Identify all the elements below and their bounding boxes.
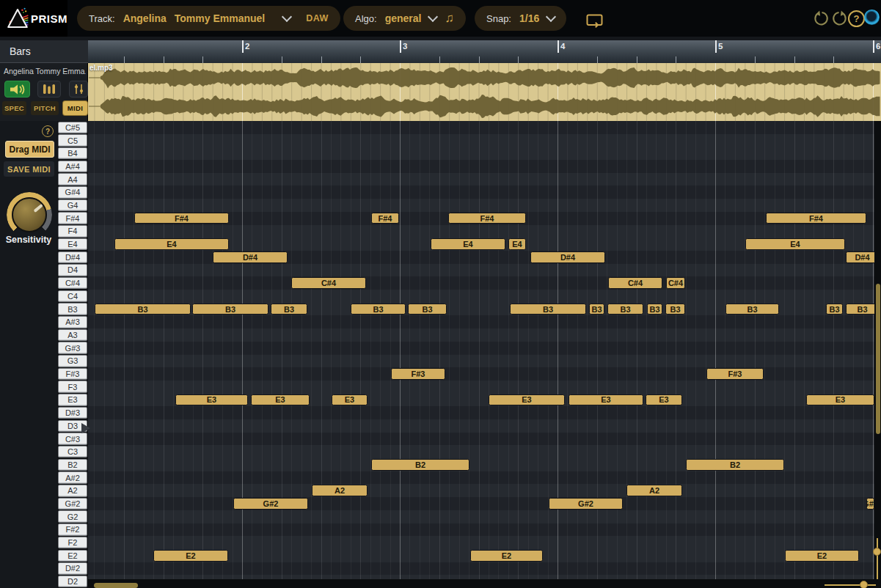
midi-note-F#4[interactable]: F#4 xyxy=(371,213,399,224)
settings-button[interactable] xyxy=(69,81,88,98)
piano-key-A#3[interactable]: A#3 xyxy=(58,316,87,328)
piano-key-D2[interactable]: D2 xyxy=(58,576,87,588)
piano-key-A3[interactable]: A3 xyxy=(58,329,87,342)
piano-key-F#4[interactable]: F#4 xyxy=(58,212,87,224)
midi-note-D#4[interactable]: D#4 xyxy=(213,251,288,263)
vertical-scrollbar-thumb[interactable] xyxy=(876,284,880,434)
sensitivity-knob[interactable] xyxy=(12,197,47,232)
piano-key-G4[interactable]: G4 xyxy=(58,199,87,212)
daw-window-icon[interactable] xyxy=(586,12,604,29)
midi-note-B3[interactable]: B3 xyxy=(510,304,586,315)
track-selector[interactable]: Track: Angelina Tommy Emmanuel DAW xyxy=(77,6,340,31)
piano-key-F4[interactable]: F4 xyxy=(58,225,87,238)
tab-pitch[interactable]: PITCH xyxy=(31,101,59,115)
midi-note-E3[interactable]: E3 xyxy=(646,394,682,406)
drag-midi-button[interactable]: Drag MIDI xyxy=(5,141,54,158)
midi-note-B3[interactable]: B3 xyxy=(192,304,268,315)
daw-badge[interactable]: DAW xyxy=(306,13,329,23)
piano-key-A2[interactable]: A2 xyxy=(58,485,87,497)
piano-key-B2[interactable]: B2 xyxy=(58,459,87,471)
piano-key-D#2[interactable]: D#2 xyxy=(58,562,87,575)
midi-note-B3[interactable]: B3 xyxy=(665,304,685,315)
midi-note-E4[interactable]: E4 xyxy=(745,238,845,250)
midi-note-E3[interactable]: E3 xyxy=(489,394,565,406)
timeline-ruler[interactable]: 23456 xyxy=(88,40,881,63)
piano-key-G2[interactable]: G2 xyxy=(58,510,87,523)
help-icon[interactable]: ? xyxy=(848,10,865,27)
horizontal-zoom-knob[interactable] xyxy=(860,581,868,588)
vertical-zoom-knob[interactable] xyxy=(873,548,881,556)
piano-key-G#3[interactable]: G#3 xyxy=(58,342,87,354)
piano-key-C5[interactable]: C5 xyxy=(58,134,87,147)
piano-key-E3[interactable]: E3 xyxy=(58,394,87,406)
playhead-arrow[interactable] xyxy=(81,423,90,433)
midi-note-B3[interactable]: B3 xyxy=(271,304,307,315)
midi-note-C#4[interactable]: C#4 xyxy=(608,277,662,289)
midi-note-G#2[interactable]: G#2 xyxy=(233,498,308,510)
midi-note-E3[interactable]: E3 xyxy=(175,394,248,406)
snap-selector[interactable]: Snap: 1/16 xyxy=(475,6,566,31)
chevron-down-icon[interactable] xyxy=(428,11,438,21)
piano-key-D#3[interactable]: D#3 xyxy=(58,407,87,419)
piano-key-C#4[interactable]: C#4 xyxy=(58,277,87,290)
horizontal-scrollbar-thumb[interactable] xyxy=(94,583,138,588)
tab-spec[interactable]: SPEC xyxy=(2,101,26,115)
piano-key-G3[interactable]: G3 xyxy=(58,355,87,367)
horizontal-zoom-slider[interactable] xyxy=(825,584,876,586)
midi-note-E2[interactable]: E2 xyxy=(785,550,859,562)
midi-note-C#4[interactable]: C#4 xyxy=(291,277,366,289)
midi-note-B2[interactable]: B2 xyxy=(371,459,469,471)
piano-key-C#5[interactable]: C#5 xyxy=(58,122,87,134)
piano-key-C3[interactable]: C3 xyxy=(58,446,87,458)
midi-note-E3[interactable]: E3 xyxy=(332,394,368,406)
midi-note-E3[interactable]: E3 xyxy=(251,394,310,406)
piano-key-C#3[interactable]: C#3 xyxy=(58,433,87,445)
waveform-display[interactable]: el.mp3 xyxy=(88,63,881,121)
piano-roll-grid[interactable]: F#4F#4F#4F#4E4E4E4E4D#4D#4D#4C#4C#4C#4B3… xyxy=(88,121,881,588)
audio-mute-button[interactable] xyxy=(4,81,30,98)
algo-selector[interactable]: Algo: general ♫ xyxy=(343,6,466,31)
chevron-down-icon[interactable] xyxy=(282,11,292,21)
piano-key-B4[interactable]: B4 xyxy=(58,147,87,160)
midi-note-A2[interactable]: A2 xyxy=(626,485,682,496)
undo-icon[interactable] xyxy=(812,10,830,27)
piano-key-F#2[interactable]: F#2 xyxy=(58,523,87,536)
midi-note-C#4[interactable]: C#4 xyxy=(666,277,685,289)
midi-help-icon[interactable]: ? xyxy=(42,125,54,137)
midi-note-E4[interactable]: E4 xyxy=(431,238,505,250)
midi-note-B3[interactable]: B3 xyxy=(826,304,843,315)
midi-note-D#4[interactable]: D#4 xyxy=(530,251,605,263)
midi-note-F#4[interactable]: F#4 xyxy=(134,213,229,224)
tab-midi[interactable]: MIDI xyxy=(63,101,87,115)
piano-key-D#4[interactable]: D#4 xyxy=(58,251,87,264)
midi-note-B3[interactable]: B3 xyxy=(647,304,662,315)
midi-note-B3[interactable]: B3 xyxy=(95,304,191,315)
redo-icon[interactable] xyxy=(830,10,848,27)
account-icon[interactable] xyxy=(864,10,880,25)
piano-key-E2[interactable]: E2 xyxy=(58,550,87,562)
music-note-icon[interactable]: ♫ xyxy=(445,12,454,24)
piano-key-F3[interactable]: F3 xyxy=(58,381,87,393)
midi-note-E3[interactable]: E3 xyxy=(806,394,874,406)
piano-key-D4[interactable]: D4 xyxy=(58,264,87,276)
midi-note-E2[interactable]: E2 xyxy=(153,550,228,562)
piano-key-A#2[interactable]: A#2 xyxy=(58,471,87,484)
midi-note-B3[interactable]: B3 xyxy=(725,304,779,315)
midi-note-B3[interactable]: B3 xyxy=(589,304,604,315)
midi-note-E2[interactable]: E2 xyxy=(470,550,543,562)
piano-key-E4[interactable]: E4 xyxy=(58,238,87,251)
midi-note-F#3[interactable]: F#3 xyxy=(706,368,764,380)
piano-key-A4[interactable]: A4 xyxy=(58,173,87,185)
midi-note-E4[interactable]: E4 xyxy=(508,238,526,250)
midi-note-B3[interactable]: B3 xyxy=(351,304,406,315)
midi-note-B2[interactable]: B2 xyxy=(686,459,784,471)
piano-key-A#4[interactable]: A#4 xyxy=(58,161,87,173)
midi-note-A2[interactable]: A2 xyxy=(312,485,368,496)
midi-note-B3[interactable]: B3 xyxy=(408,304,447,315)
save-midi-button[interactable]: SAVE MIDI xyxy=(4,161,54,177)
piano-key-B3[interactable]: B3 xyxy=(58,303,87,315)
piano-key-C4[interactable]: C4 xyxy=(58,290,87,303)
horizontal-scrollbar[interactable] xyxy=(88,579,881,588)
piano-key-G#4[interactable]: G#4 xyxy=(58,186,87,199)
midi-note-G#2[interactable]: G#2 xyxy=(549,498,623,510)
